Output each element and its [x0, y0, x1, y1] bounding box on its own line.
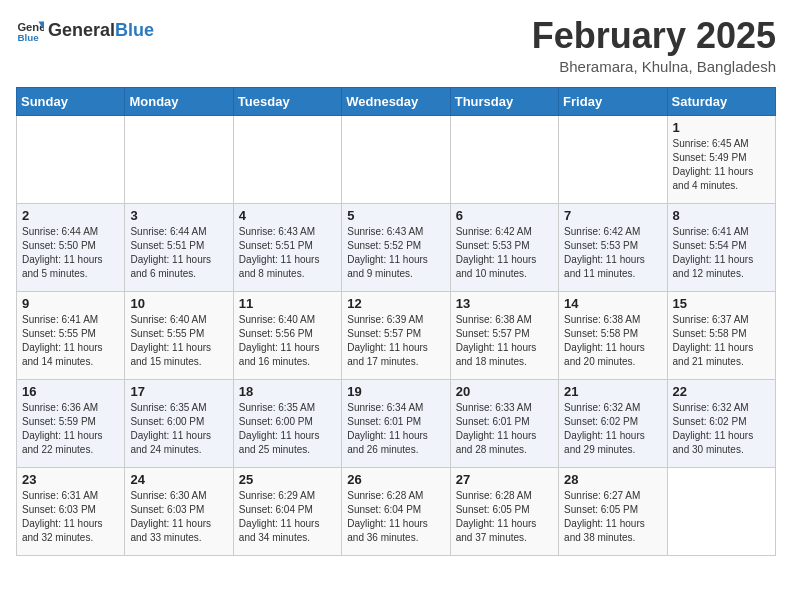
day-cell: 15Sunrise: 6:37 AM Sunset: 5:58 PM Dayli… [667, 291, 775, 379]
day-cell: 21Sunrise: 6:32 AM Sunset: 6:02 PM Dayli… [559, 379, 667, 467]
day-number: 18 [239, 384, 336, 399]
day-number: 9 [22, 296, 119, 311]
day-cell: 18Sunrise: 6:35 AM Sunset: 6:00 PM Dayli… [233, 379, 341, 467]
day-number: 7 [564, 208, 661, 223]
day-number: 16 [22, 384, 119, 399]
day-cell: 6Sunrise: 6:42 AM Sunset: 5:53 PM Daylig… [450, 203, 558, 291]
weekday-header-thursday: Thursday [450, 87, 558, 115]
logo: General Blue GeneralBlue [16, 16, 154, 44]
day-number: 20 [456, 384, 553, 399]
day-number: 27 [456, 472, 553, 487]
weekday-header-sunday: Sunday [17, 87, 125, 115]
day-cell: 13Sunrise: 6:38 AM Sunset: 5:57 PM Dayli… [450, 291, 558, 379]
day-cell: 8Sunrise: 6:41 AM Sunset: 5:54 PM Daylig… [667, 203, 775, 291]
day-info: Sunrise: 6:28 AM Sunset: 6:05 PM Dayligh… [456, 489, 553, 545]
day-number: 4 [239, 208, 336, 223]
day-info: Sunrise: 6:43 AM Sunset: 5:51 PM Dayligh… [239, 225, 336, 281]
week-row-2: 2Sunrise: 6:44 AM Sunset: 5:50 PM Daylig… [17, 203, 776, 291]
day-cell [559, 115, 667, 203]
day-number: 15 [673, 296, 770, 311]
weekday-header-tuesday: Tuesday [233, 87, 341, 115]
day-cell [342, 115, 450, 203]
day-info: Sunrise: 6:32 AM Sunset: 6:02 PM Dayligh… [564, 401, 661, 457]
logo-blue: Blue [115, 20, 154, 41]
location: Bheramara, Khulna, Bangladesh [532, 58, 776, 75]
day-number: 11 [239, 296, 336, 311]
day-number: 22 [673, 384, 770, 399]
page-header: General Blue GeneralBlue February 2025 B… [16, 16, 776, 75]
day-number: 13 [456, 296, 553, 311]
day-info: Sunrise: 6:40 AM Sunset: 5:56 PM Dayligh… [239, 313, 336, 369]
day-info: Sunrise: 6:39 AM Sunset: 5:57 PM Dayligh… [347, 313, 444, 369]
week-row-3: 9Sunrise: 6:41 AM Sunset: 5:55 PM Daylig… [17, 291, 776, 379]
day-info: Sunrise: 6:45 AM Sunset: 5:49 PM Dayligh… [673, 137, 770, 193]
day-number: 21 [564, 384, 661, 399]
day-number: 5 [347, 208, 444, 223]
day-cell [667, 467, 775, 555]
day-info: Sunrise: 6:42 AM Sunset: 5:53 PM Dayligh… [564, 225, 661, 281]
day-info: Sunrise: 6:36 AM Sunset: 5:59 PM Dayligh… [22, 401, 119, 457]
day-cell [450, 115, 558, 203]
weekday-header-saturday: Saturday [667, 87, 775, 115]
day-info: Sunrise: 6:27 AM Sunset: 6:05 PM Dayligh… [564, 489, 661, 545]
day-number: 28 [564, 472, 661, 487]
day-cell: 26Sunrise: 6:28 AM Sunset: 6:04 PM Dayli… [342, 467, 450, 555]
day-number: 6 [456, 208, 553, 223]
day-cell: 25Sunrise: 6:29 AM Sunset: 6:04 PM Dayli… [233, 467, 341, 555]
day-info: Sunrise: 6:33 AM Sunset: 6:01 PM Dayligh… [456, 401, 553, 457]
weekday-row: SundayMondayTuesdayWednesdayThursdayFrid… [17, 87, 776, 115]
weekday-header-friday: Friday [559, 87, 667, 115]
day-cell: 4Sunrise: 6:43 AM Sunset: 5:51 PM Daylig… [233, 203, 341, 291]
calendar-header: SundayMondayTuesdayWednesdayThursdayFrid… [17, 87, 776, 115]
day-cell: 1Sunrise: 6:45 AM Sunset: 5:49 PM Daylig… [667, 115, 775, 203]
day-info: Sunrise: 6:41 AM Sunset: 5:55 PM Dayligh… [22, 313, 119, 369]
day-cell: 11Sunrise: 6:40 AM Sunset: 5:56 PM Dayli… [233, 291, 341, 379]
day-info: Sunrise: 6:40 AM Sunset: 5:55 PM Dayligh… [130, 313, 227, 369]
month-year: February 2025 [532, 16, 776, 56]
day-cell: 22Sunrise: 6:32 AM Sunset: 6:02 PM Dayli… [667, 379, 775, 467]
day-info: Sunrise: 6:35 AM Sunset: 6:00 PM Dayligh… [239, 401, 336, 457]
day-info: Sunrise: 6:41 AM Sunset: 5:54 PM Dayligh… [673, 225, 770, 281]
day-info: Sunrise: 6:35 AM Sunset: 6:00 PM Dayligh… [130, 401, 227, 457]
day-cell: 19Sunrise: 6:34 AM Sunset: 6:01 PM Dayli… [342, 379, 450, 467]
day-number: 23 [22, 472, 119, 487]
day-cell: 24Sunrise: 6:30 AM Sunset: 6:03 PM Dayli… [125, 467, 233, 555]
day-info: Sunrise: 6:38 AM Sunset: 5:58 PM Dayligh… [564, 313, 661, 369]
day-info: Sunrise: 6:44 AM Sunset: 5:50 PM Dayligh… [22, 225, 119, 281]
day-number: 26 [347, 472, 444, 487]
svg-text:Blue: Blue [17, 32, 39, 43]
day-cell: 10Sunrise: 6:40 AM Sunset: 5:55 PM Dayli… [125, 291, 233, 379]
day-info: Sunrise: 6:29 AM Sunset: 6:04 PM Dayligh… [239, 489, 336, 545]
day-cell: 20Sunrise: 6:33 AM Sunset: 6:01 PM Dayli… [450, 379, 558, 467]
day-cell: 7Sunrise: 6:42 AM Sunset: 5:53 PM Daylig… [559, 203, 667, 291]
week-row-4: 16Sunrise: 6:36 AM Sunset: 5:59 PM Dayli… [17, 379, 776, 467]
calendar-table: SundayMondayTuesdayWednesdayThursdayFrid… [16, 87, 776, 556]
day-number: 8 [673, 208, 770, 223]
day-cell: 9Sunrise: 6:41 AM Sunset: 5:55 PM Daylig… [17, 291, 125, 379]
day-number: 1 [673, 120, 770, 135]
day-info: Sunrise: 6:42 AM Sunset: 5:53 PM Dayligh… [456, 225, 553, 281]
day-cell: 27Sunrise: 6:28 AM Sunset: 6:05 PM Dayli… [450, 467, 558, 555]
day-cell: 16Sunrise: 6:36 AM Sunset: 5:59 PM Dayli… [17, 379, 125, 467]
day-number: 24 [130, 472, 227, 487]
day-info: Sunrise: 6:43 AM Sunset: 5:52 PM Dayligh… [347, 225, 444, 281]
day-cell [233, 115, 341, 203]
day-cell: 12Sunrise: 6:39 AM Sunset: 5:57 PM Dayli… [342, 291, 450, 379]
day-number: 17 [130, 384, 227, 399]
day-info: Sunrise: 6:37 AM Sunset: 5:58 PM Dayligh… [673, 313, 770, 369]
day-number: 2 [22, 208, 119, 223]
day-cell: 23Sunrise: 6:31 AM Sunset: 6:03 PM Dayli… [17, 467, 125, 555]
day-info: Sunrise: 6:32 AM Sunset: 6:02 PM Dayligh… [673, 401, 770, 457]
day-cell: 14Sunrise: 6:38 AM Sunset: 5:58 PM Dayli… [559, 291, 667, 379]
day-cell [17, 115, 125, 203]
day-number: 12 [347, 296, 444, 311]
day-cell: 5Sunrise: 6:43 AM Sunset: 5:52 PM Daylig… [342, 203, 450, 291]
day-number: 19 [347, 384, 444, 399]
week-row-1: 1Sunrise: 6:45 AM Sunset: 5:49 PM Daylig… [17, 115, 776, 203]
logo-general: General [48, 20, 115, 41]
day-cell: 17Sunrise: 6:35 AM Sunset: 6:00 PM Dayli… [125, 379, 233, 467]
logo-icon: General Blue [16, 16, 44, 44]
day-info: Sunrise: 6:34 AM Sunset: 6:01 PM Dayligh… [347, 401, 444, 457]
weekday-header-wednesday: Wednesday [342, 87, 450, 115]
title-block: February 2025 Bheramara, Khulna, Banglad… [532, 16, 776, 75]
